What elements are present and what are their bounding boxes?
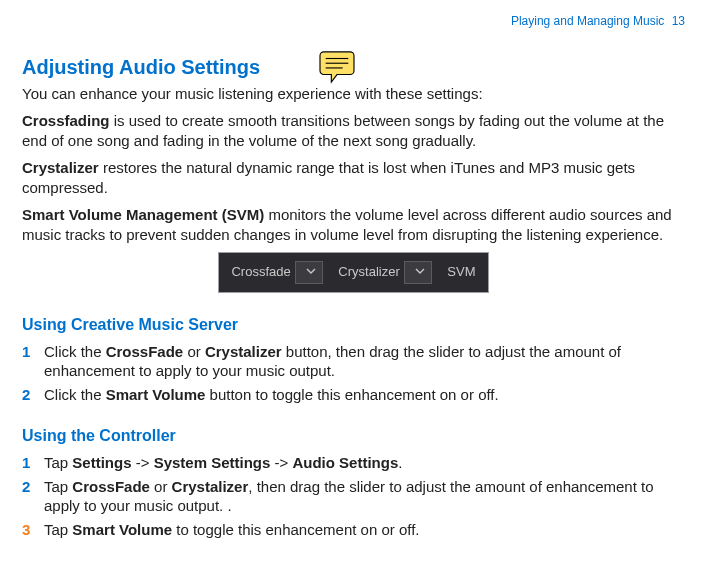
feature-desc: restores the natural dynamic range that … [22,159,635,196]
server-steps: 1 Click the CrossFade or Crystalizer but… [22,342,685,405]
feature-term: Crystalizer [22,159,99,176]
chevron-down-icon [306,266,316,276]
controller-steps: 1 Tap Settings -> System Settings -> Aud… [22,453,685,539]
audio-toolbar-screenshot: Crossfade Crystalizer SVM [22,252,685,293]
step-number: 1 [22,342,44,362]
step-text: Tap CrossFade or Crystalizer, then drag … [44,477,685,516]
toolbar-crystalizer-dropdown [404,261,432,284]
toolbar-item-crossfade: Crossfade [231,261,322,284]
feature-desc: is used to create smooth transitions bet… [22,112,664,149]
step-text: Tap Smart Volume to toggle this enhancem… [44,520,685,540]
list-item: 2 Tap CrossFade or Crystalizer, then dra… [22,477,685,516]
toolbar-svm-label: SVM [447,264,475,281]
step-number: 1 [22,453,44,473]
feature-term: Smart Volume Management (SVM) [22,206,264,223]
note-icon [318,50,356,84]
list-item: 1 Tap Settings -> System Settings -> Aud… [22,453,685,473]
step-number: 3 [22,520,44,540]
list-item: 1 Click the CrossFade or Crystalizer but… [22,342,685,381]
intro-text: You can enhance your music listening exp… [22,84,685,104]
toolbar-crystalizer-label: Crystalizer [338,264,399,281]
running-header-section: Playing and Managing Music [511,14,664,28]
feature-term: Crossfading [22,112,110,129]
step-text: Click the Smart Volume button to toggle … [44,385,685,405]
feature-svm: Smart Volume Management (SVM) monitors t… [22,205,685,244]
toolbar-item-crystalizer: Crystalizer [338,261,431,284]
running-header: Playing and Managing Music 13 [22,14,685,30]
feature-crossfading: Crossfading is used to create smooth tra… [22,111,685,150]
toolbar-crossfade-label: Crossfade [231,264,290,281]
chevron-down-icon [415,266,425,276]
feature-crystalizer: Crystalizer restores the natural dynamic… [22,158,685,197]
toolbar-item-svm: SVM [447,264,475,281]
step-number: 2 [22,477,44,497]
step-number: 2 [22,385,44,405]
step-text: Tap Settings -> System Settings -> Audio… [44,453,685,473]
step-text: Click the CrossFade or Crystalizer butto… [44,342,685,381]
subheading-controller: Using the Controller [22,426,685,447]
subheading-server: Using Creative Music Server [22,315,685,336]
list-item: 2 Click the Smart Volume button to toggl… [22,385,685,405]
toolbar-crossfade-dropdown [295,261,323,284]
page-number: 13 [672,14,685,28]
list-item: 3 Tap Smart Volume to toggle this enhanc… [22,520,685,540]
